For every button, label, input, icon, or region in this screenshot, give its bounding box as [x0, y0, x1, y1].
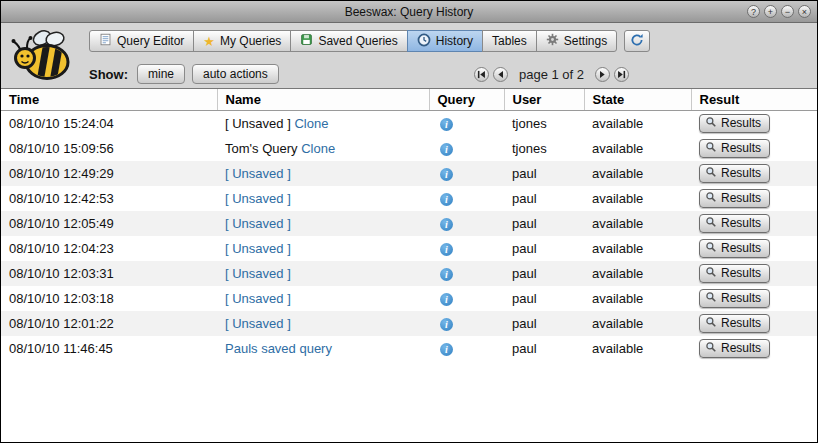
query-name-link[interactable]: [ Unsaved ]	[225, 291, 291, 306]
table-row: 08/10/10 12:05:49 [ Unsaved ] paul avail…	[1, 211, 817, 236]
tab-saved-queries[interactable]: Saved Queries	[290, 30, 407, 52]
query-cell	[429, 261, 504, 286]
tab-query-editor[interactable]: Query Editor	[89, 30, 194, 52]
query-info-icon[interactable]	[440, 293, 453, 306]
tab-settings[interactable]: Settings	[536, 30, 617, 52]
tab-bar: Query Editor ★ My Queries Saved Queries …	[89, 30, 650, 52]
state-cell: available	[584, 336, 691, 361]
magnifier-icon	[705, 241, 717, 256]
tab-label: History	[436, 34, 473, 48]
time-cell: 08/10/10 12:03:31	[1, 261, 217, 286]
results-button-label: Results	[721, 216, 761, 230]
result-cell: Results	[691, 336, 817, 361]
query-cell	[429, 286, 504, 311]
query-name-text: [ Unsaved ]	[225, 116, 291, 131]
minimize-button[interactable]: −	[781, 5, 794, 18]
tab-tables[interactable]: Tables	[482, 30, 537, 52]
query-cell	[429, 336, 504, 361]
results-button-label: Results	[721, 316, 761, 330]
magnifier-icon	[705, 191, 717, 206]
results-button[interactable]: Results	[699, 289, 770, 308]
beeswax-window: Beeswax: Query History ? + − ×	[0, 0, 818, 443]
column-header-state: State	[584, 89, 691, 111]
magnifier-icon	[705, 141, 717, 156]
column-header-user: User	[504, 89, 584, 111]
query-name-link[interactable]: Pauls saved query	[225, 341, 332, 356]
query-name-text: Tom's Query	[225, 141, 298, 156]
query-editor-icon	[99, 33, 112, 49]
query-name-link[interactable]: [ Unsaved ]	[225, 316, 291, 331]
zoom-button[interactable]: +	[764, 5, 777, 18]
results-button[interactable]: Results	[699, 189, 770, 208]
name-cell: Pauls saved query	[217, 336, 429, 361]
tab-label: Settings	[564, 34, 607, 48]
query-cell	[429, 136, 504, 161]
query-name-link[interactable]: [ Unsaved ]	[225, 191, 291, 206]
last-page-button[interactable]	[614, 67, 629, 82]
table-row: 08/10/10 15:09:56 Tom's Query Clone tjon…	[1, 136, 817, 161]
column-header-query: Query	[429, 89, 504, 111]
next-page-button[interactable]	[595, 67, 610, 82]
query-info-icon[interactable]	[440, 218, 453, 231]
column-header-result: Result	[691, 89, 817, 111]
result-cell: Results	[691, 261, 817, 286]
query-name-link[interactable]: Clone	[294, 116, 328, 131]
query-info-icon[interactable]	[440, 168, 453, 181]
auto-actions-filter-button[interactable]: auto actions	[192, 64, 279, 84]
help-button[interactable]: ?	[747, 5, 760, 18]
prev-page-button[interactable]	[493, 67, 508, 82]
results-button-label: Results	[721, 166, 761, 180]
time-cell: 08/10/10 11:46:45	[1, 336, 217, 361]
name-cell: [ Unsaved ]	[217, 311, 429, 336]
table-row: 08/10/10 12:04:23 [ Unsaved ] paul avail…	[1, 236, 817, 261]
result-cell: Results	[691, 236, 817, 261]
tab-my-queries[interactable]: ★ My Queries	[193, 30, 291, 52]
results-button-label: Results	[721, 141, 761, 155]
result-cell: Results	[691, 111, 817, 136]
first-page-button[interactable]	[474, 67, 489, 82]
query-info-icon[interactable]	[440, 243, 453, 256]
time-cell: 08/10/10 12:04:23	[1, 236, 217, 261]
title-bar: Beeswax: Query History ? + − ×	[1, 1, 817, 23]
time-cell: 08/10/10 12:49:29	[1, 161, 217, 186]
table-row: 08/10/10 12:49:29 [ Unsaved ] paul avail…	[1, 161, 817, 186]
user-cell: paul	[504, 311, 584, 336]
query-info-icon[interactable]	[440, 193, 453, 206]
tab-history[interactable]: History	[407, 30, 483, 52]
results-button[interactable]: Results	[699, 239, 770, 258]
query-info-icon[interactable]	[440, 118, 453, 131]
query-info-icon[interactable]	[440, 318, 453, 331]
table-header: Time Name Query User State Result	[1, 89, 817, 111]
result-cell: Results	[691, 311, 817, 336]
magnifier-icon	[705, 216, 717, 231]
query-name-link[interactable]: [ Unsaved ]	[225, 216, 291, 231]
query-info-icon[interactable]	[440, 143, 453, 156]
results-button[interactable]: Results	[699, 314, 770, 333]
results-button-label: Results	[721, 241, 761, 255]
results-button[interactable]: Results	[699, 339, 770, 358]
results-button[interactable]: Results	[699, 214, 770, 233]
state-cell: available	[584, 136, 691, 161]
query-cell	[429, 311, 504, 336]
query-info-icon[interactable]	[440, 343, 453, 356]
query-name-link[interactable]: [ Unsaved ]	[225, 241, 291, 256]
refresh-icon	[630, 33, 644, 50]
results-button-label: Results	[721, 341, 761, 355]
state-cell: available	[584, 186, 691, 211]
query-name-link[interactable]: [ Unsaved ]	[225, 166, 291, 181]
page-indicator: page 1 of 2	[519, 67, 584, 82]
close-button[interactable]: ×	[798, 5, 811, 18]
refresh-button[interactable]	[624, 30, 650, 52]
results-button[interactable]: Results	[699, 114, 770, 133]
results-button[interactable]: Results	[699, 264, 770, 283]
query-cell	[429, 161, 504, 186]
query-name-link[interactable]: Clone	[301, 141, 335, 156]
results-button[interactable]: Results	[699, 139, 770, 158]
tab-label: My Queries	[220, 34, 281, 48]
results-button[interactable]: Results	[699, 164, 770, 183]
query-name-link[interactable]: [ Unsaved ]	[225, 266, 291, 281]
mine-filter-button[interactable]: mine	[137, 64, 185, 84]
query-info-icon[interactable]	[440, 268, 453, 281]
user-cell: paul	[504, 186, 584, 211]
history-table-body: 08/10/10 15:24:04 [ Unsaved ] Clone tjon…	[1, 111, 817, 361]
